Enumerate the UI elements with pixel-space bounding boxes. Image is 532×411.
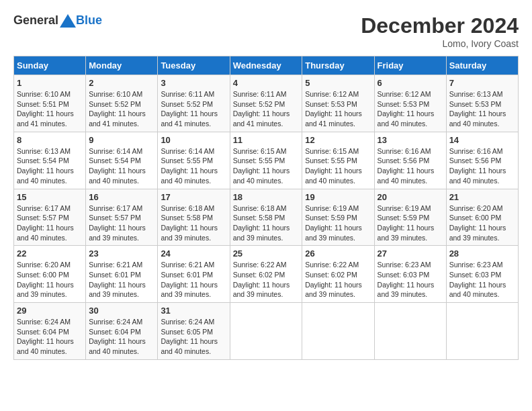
day-info: Sunrise: 6:15 AM Sunset: 5:55 PM Dayligh… [305, 146, 371, 186]
day-info: Sunrise: 6:15 AM Sunset: 5:55 PM Dayligh… [233, 146, 300, 186]
day-info: Sunrise: 6:19 AM Sunset: 5:59 PM Dayligh… [305, 203, 371, 243]
header-saturday: Saturday [446, 56, 518, 75]
day-info: Sunrise: 6:16 AM Sunset: 5:56 PM Dayligh… [378, 146, 443, 186]
day-number: 18 [233, 192, 300, 202]
day-number: 5 [305, 78, 371, 88]
day-info: Sunrise: 6:12 AM Sunset: 5:53 PM Dayligh… [305, 89, 371, 129]
day-number: 8 [17, 135, 83, 145]
calendar-day-11: 11 Sunrise: 6:15 AM Sunset: 5:55 PM Dayl… [230, 132, 302, 189]
calendar-day-2: 2 Sunrise: 6:10 AM Sunset: 5:52 PM Dayli… [86, 75, 158, 132]
day-number: 11 [233, 135, 300, 145]
day-number: 12 [305, 135, 371, 145]
day-number: 30 [89, 306, 154, 316]
day-number: 9 [89, 135, 154, 145]
day-info: Sunrise: 6:10 AM Sunset: 5:51 PM Dayligh… [17, 89, 83, 129]
day-info: Sunrise: 6:18 AM Sunset: 5:58 PM Dayligh… [161, 203, 226, 243]
calendar-header-row: Sunday Monday Tuesday Wednesday Thursday… [14, 56, 519, 75]
calendar-day-10: 10 Sunrise: 6:14 AM Sunset: 5:55 PM Dayl… [158, 132, 230, 189]
day-info: Sunrise: 6:20 AM Sunset: 6:00 PM Dayligh… [449, 203, 515, 243]
day-number: 7 [449, 78, 515, 88]
day-number: 10 [161, 135, 226, 145]
day-info: Sunrise: 6:10 AM Sunset: 5:52 PM Dayligh… [89, 89, 154, 129]
day-number: 31 [161, 306, 226, 316]
calendar-week-row-2: 8 Sunrise: 6:13 AM Sunset: 5:54 PM Dayli… [14, 132, 519, 189]
day-number: 19 [305, 192, 371, 202]
logo-general: General [13, 13, 58, 28]
day-number: 13 [378, 135, 443, 145]
day-info: Sunrise: 6:17 AM Sunset: 5:57 PM Dayligh… [17, 203, 83, 243]
calendar-day-17: 17 Sunrise: 6:18 AM Sunset: 5:58 PM Dayl… [158, 189, 230, 246]
calendar-day-8: 8 Sunrise: 6:13 AM Sunset: 5:54 PM Dayli… [14, 132, 86, 189]
day-info: Sunrise: 6:22 AM Sunset: 6:02 PM Dayligh… [305, 260, 371, 300]
calendar-day-26: 26 Sunrise: 6:22 AM Sunset: 6:02 PM Dayl… [302, 246, 374, 303]
calendar-day-15: 15 Sunrise: 6:17 AM Sunset: 5:57 PM Dayl… [14, 189, 86, 246]
logo-icon [60, 14, 76, 28]
calendar-day-24: 24 Sunrise: 6:21 AM Sunset: 6:01 PM Dayl… [158, 246, 230, 303]
calendar-day-5: 5 Sunrise: 6:12 AM Sunset: 5:53 PM Dayli… [302, 75, 374, 132]
calendar-week-row-5: 29 Sunrise: 6:24 AM Sunset: 6:04 PM Dayl… [14, 303, 519, 360]
day-info: Sunrise: 6:16 AM Sunset: 5:56 PM Dayligh… [449, 146, 515, 186]
page-header: General Blue December 2024 Lomo, Ivory C… [13, 13, 519, 49]
day-info: Sunrise: 6:11 AM Sunset: 5:52 PM Dayligh… [233, 89, 300, 129]
calendar-day-28: 28 Sunrise: 6:23 AM Sunset: 6:03 PM Dayl… [446, 246, 518, 303]
day-number: 28 [449, 248, 515, 259]
day-info: Sunrise: 6:11 AM Sunset: 5:52 PM Dayligh… [161, 89, 226, 129]
day-number: 1 [17, 78, 83, 88]
calendar-day-4: 4 Sunrise: 6:11 AM Sunset: 5:52 PM Dayli… [230, 75, 302, 132]
calendar-day-6: 6 Sunrise: 6:12 AM Sunset: 5:53 PM Dayli… [374, 75, 446, 132]
calendar-day-27: 27 Sunrise: 6:23 AM Sunset: 6:03 PM Dayl… [374, 246, 446, 303]
day-info: Sunrise: 6:24 AM Sunset: 6:05 PM Dayligh… [161, 317, 226, 357]
calendar-day-empty [230, 303, 302, 360]
day-number: 22 [17, 248, 83, 259]
calendar-day-29: 29 Sunrise: 6:24 AM Sunset: 6:04 PM Dayl… [14, 303, 86, 360]
calendar-day-16: 16 Sunrise: 6:17 AM Sunset: 5:57 PM Dayl… [86, 189, 158, 246]
day-info: Sunrise: 6:19 AM Sunset: 5:59 PM Dayligh… [378, 203, 443, 243]
header-monday: Monday [86, 56, 158, 75]
day-number: 24 [161, 248, 226, 259]
calendar-day-25: 25 Sunrise: 6:22 AM Sunset: 6:02 PM Dayl… [230, 246, 302, 303]
calendar-day-30: 30 Sunrise: 6:24 AM Sunset: 6:04 PM Dayl… [86, 303, 158, 360]
day-info: Sunrise: 6:24 AM Sunset: 6:04 PM Dayligh… [17, 317, 83, 357]
calendar-day-3: 3 Sunrise: 6:11 AM Sunset: 5:52 PM Dayli… [158, 75, 230, 132]
day-info: Sunrise: 6:22 AM Sunset: 6:02 PM Dayligh… [233, 260, 300, 300]
day-number: 17 [161, 192, 226, 202]
calendar-day-empty [374, 303, 446, 360]
header-wednesday: Wednesday [230, 56, 302, 75]
calendar-day-13: 13 Sunrise: 6:16 AM Sunset: 5:56 PM Dayl… [374, 132, 446, 189]
day-info: Sunrise: 6:20 AM Sunset: 6:00 PM Dayligh… [17, 260, 83, 300]
header-sunday: Sunday [14, 56, 86, 75]
calendar-day-empty [446, 303, 518, 360]
calendar-week-row-1: 1 Sunrise: 6:10 AM Sunset: 5:51 PM Dayli… [14, 75, 519, 132]
svg-marker-0 [60, 14, 76, 28]
day-info: Sunrise: 6:18 AM Sunset: 5:58 PM Dayligh… [233, 203, 300, 243]
day-number: 23 [89, 248, 154, 259]
header-tuesday: Tuesday [158, 56, 230, 75]
calendar-day-23: 23 Sunrise: 6:21 AM Sunset: 6:01 PM Dayl… [86, 246, 158, 303]
header-friday: Friday [374, 56, 446, 75]
calendar-day-14: 14 Sunrise: 6:16 AM Sunset: 5:56 PM Dayl… [446, 132, 518, 189]
logo-blue: Blue [76, 13, 102, 28]
day-number: 15 [17, 192, 83, 202]
day-info: Sunrise: 6:14 AM Sunset: 5:54 PM Dayligh… [89, 146, 154, 186]
day-number: 16 [89, 192, 154, 202]
calendar-day-7: 7 Sunrise: 6:13 AM Sunset: 5:53 PM Dayli… [446, 75, 518, 132]
calendar-day-9: 9 Sunrise: 6:14 AM Sunset: 5:54 PM Dayli… [86, 132, 158, 189]
calendar-day-18: 18 Sunrise: 6:18 AM Sunset: 5:58 PM Dayl… [230, 189, 302, 246]
day-info: Sunrise: 6:21 AM Sunset: 6:01 PM Dayligh… [161, 260, 226, 300]
day-number: 25 [233, 248, 300, 259]
day-number: 26 [305, 248, 371, 259]
month-title: December 2024 [361, 13, 519, 38]
header-thursday: Thursday [302, 56, 374, 75]
day-info: Sunrise: 6:21 AM Sunset: 6:01 PM Dayligh… [89, 260, 154, 300]
calendar-day-31: 31 Sunrise: 6:24 AM Sunset: 6:05 PM Dayl… [158, 303, 230, 360]
day-info: Sunrise: 6:23 AM Sunset: 6:03 PM Dayligh… [449, 260, 515, 300]
calendar-day-empty [302, 303, 374, 360]
calendar-day-1: 1 Sunrise: 6:10 AM Sunset: 5:51 PM Dayli… [14, 75, 86, 132]
day-number: 6 [378, 78, 443, 88]
day-info: Sunrise: 6:23 AM Sunset: 6:03 PM Dayligh… [378, 260, 443, 300]
day-number: 29 [17, 306, 83, 316]
day-number: 27 [378, 248, 443, 259]
day-info: Sunrise: 6:13 AM Sunset: 5:54 PM Dayligh… [17, 146, 83, 186]
day-number: 4 [233, 78, 300, 88]
title-area: December 2024 Lomo, Ivory Coast [361, 13, 519, 49]
